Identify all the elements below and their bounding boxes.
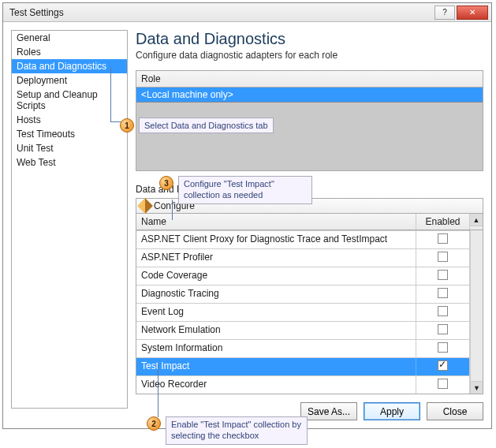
adapter-name-cell: Test Impact [136,358,416,375]
adapter-enabled-cell [416,231,470,248]
table-row[interactable]: Diagnostic Tracing [136,285,470,303]
adapter-name-cell: Video Recorder [136,376,416,394]
sidebar-item-label: Roles [17,47,41,58]
callout-badge-2: 2 [147,416,161,431]
close-window-button[interactable]: ✕ [457,6,488,20]
sidebar-item-unit-test[interactable]: Unit Test [12,141,127,155]
adapters-grid: Name Enabled ▲ ASP.NET Client Proxy for … [136,213,483,394]
adapter-enabled-cell [416,304,470,321]
enabled-checkbox[interactable] [438,324,448,334]
role-list-empty [136,103,483,170]
table-row[interactable]: Video Recorder [136,375,470,394]
adapter-enabled-cell [416,249,470,267]
table-row[interactable]: Test Impact [136,357,470,375]
save-as-button[interactable]: Save As... [300,402,357,420]
callout-text-2: Enable "Test Impact" collection by selec… [166,416,308,445]
sidebar-item-label: Setup and Cleanup Scripts [17,89,98,111]
table-row[interactable]: Network Emulation [136,321,470,339]
table-row[interactable]: System Information [136,339,470,357]
grid-header-row: Name Enabled ▲ [136,214,483,230]
adapter-enabled-cell [416,286,470,303]
table-row[interactable]: ASP.NET Profiler [136,248,470,267]
window-title: Test Settings [9,7,433,18]
adapter-name-cell: Diagnostic Tracing [136,286,416,303]
adapter-enabled-cell [416,376,470,394]
dd-toolbar: Configure [136,198,483,213]
adapter-name-cell: System Information [136,340,416,357]
role-row-local[interactable]: <Local machine only> [136,88,483,103]
sidebar-item-test-timeouts[interactable]: Test Timeouts [12,127,127,141]
enabled-checkbox[interactable] [438,379,448,389]
close-button[interactable]: Close [427,402,483,420]
sidebar-item-data-diagnostics[interactable]: Data and Diagnostics [12,59,127,73]
enabled-checkbox[interactable] [438,252,448,262]
sidebar-item-label: Hosts [17,114,41,125]
help-button[interactable]: ? [434,6,455,20]
table-row[interactable]: ASP.NET Client Proxy for Diagnostic Trac… [136,230,470,248]
sidebar-item-deployment[interactable]: Deployment [12,73,127,88]
adapter-enabled-cell [416,267,470,285]
sidebar-item-label: Data and Diagnostics [17,61,106,72]
enabled-checkbox[interactable] [438,233,448,244]
close-icon: ✕ [469,8,475,17]
sidebar-item-hosts[interactable]: Hosts [12,113,127,127]
enabled-checkbox[interactable] [438,270,448,280]
enabled-checkbox[interactable] [438,288,448,298]
scroll-up-icon[interactable]: ▲ [470,214,483,226]
help-icon: ? [442,8,447,17]
callout-2: 2 Enable "Test Impact" collection by sel… [147,416,308,445]
adapter-enabled-cell [416,340,470,357]
sidebar-item-setup-cleanup[interactable]: Setup and Cleanup Scripts [12,88,127,113]
apply-button[interactable]: Apply [364,402,420,420]
dialog-window: Test Settings ? ✕ General Roles Data and… [2,2,492,429]
sidebar-item-label: Test Timeouts [17,129,75,140]
sidebar-item-label: Unit Test [17,143,53,154]
sidebar-item-label: Deployment [17,75,67,86]
page-subtitle: Configure data diagnostic adapters for e… [136,50,483,61]
scroll-down-icon[interactable]: ▼ [471,381,483,394]
table-row[interactable]: Event Log [136,303,470,321]
adapter-name-cell: ASP.NET Client Proxy for Diagnostic Trac… [136,231,416,248]
sidebar-item-web-test[interactable]: Web Test [12,155,127,170]
configure-button[interactable]: Configure [154,200,195,211]
adapter-enabled-cell [416,358,470,375]
enabled-checkbox[interactable] [438,342,448,353]
sidebar-item-label: General [17,32,50,43]
page-title: Data and Diagnostics [136,30,483,48]
adapter-name-cell: Code Coverage [136,267,416,285]
sidebar-item-label: Web Test [17,157,56,168]
titlebar: Test Settings ? ✕ [3,3,491,22]
table-row[interactable]: Code Coverage [136,267,470,285]
role-list: Role <Local machine only> [136,70,483,171]
enabled-checkbox[interactable] [438,306,448,316]
adapter-name-cell: Network Emulation [136,322,416,339]
enabled-checkbox[interactable] [438,360,448,371]
adapter-name-cell: ASP.NET Profiler [136,249,416,267]
adapter-name-cell: Event Log [136,304,416,321]
col-header-enabled[interactable]: Enabled [416,214,470,230]
col-header-name[interactable]: Name [136,214,416,230]
pencil-icon [137,198,153,214]
grid-scrollbar[interactable]: ▼ [470,230,483,394]
sidebar-item-general[interactable]: General [12,31,127,45]
sidebar-item-roles[interactable]: Roles [12,45,127,59]
nav-sidebar: General Roles Data and Diagnostics Deplo… [11,30,128,409]
adapter-enabled-cell [416,322,470,339]
dd-section-label: Data and Diagnostics for selected role: [136,184,483,195]
role-column-header[interactable]: Role [136,71,483,88]
